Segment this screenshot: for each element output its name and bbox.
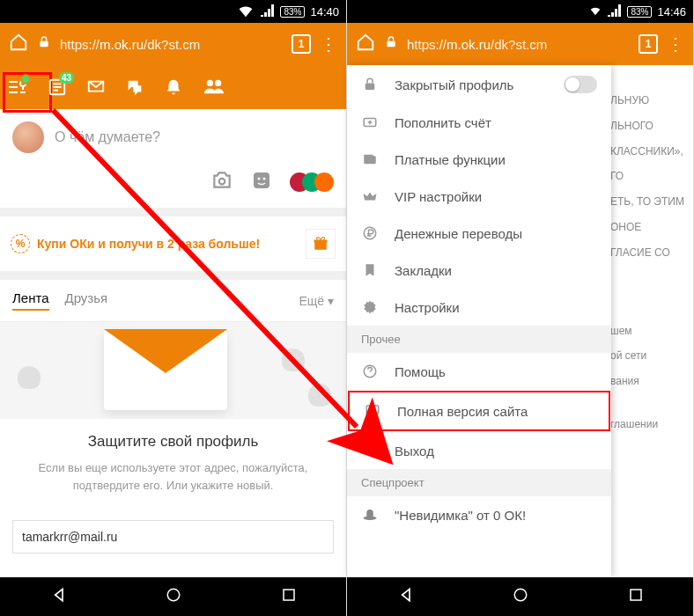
exit-icon: [361, 443, 379, 458]
drawer-item-vip[interactable]: VIP настройки: [347, 178, 611, 215]
drawer-item-transfers[interactable]: Денежные переводы: [347, 215, 611, 252]
protect-content: Защитите свой профиль Если вы еще исполь…: [0, 419, 346, 508]
tab-friends[interactable]: Друзья: [65, 290, 108, 311]
monitor-icon: [364, 403, 381, 419]
discussions-icon[interactable]: [125, 77, 144, 97]
home-button[interactable]: [166, 587, 181, 606]
battery-indicator: 83%: [280, 6, 305, 18]
email-field[interactable]: tamarkrr@mail.ru: [12, 520, 334, 554]
drawer-section-special: Спецпроект: [347, 469, 611, 496]
drawer-label: Выход: [395, 444, 434, 458]
svg-point-7: [258, 178, 261, 180]
svg-point-4: [215, 80, 221, 86]
recents-button[interactable]: [628, 587, 644, 606]
svg-rect-17: [364, 155, 373, 158]
percent-icon: %: [11, 234, 30, 253]
battery-indicator: 83%: [627, 6, 652, 18]
wallet-icon: [361, 151, 379, 167]
status-bar: 83% 14:40: [0, 0, 346, 23]
drawer-label: Полная версия сайта: [397, 404, 528, 419]
background-text: ЛЬНУЮ ЛЬНОГО КЛАССНИКИ», ГО ЕТЬ, ТО ЭТИМ…: [610, 88, 686, 437]
status-bar: 83% 14:46: [347, 0, 693, 23]
drawer-item-settings[interactable]: Настройки: [347, 289, 611, 326]
home-button[interactable]: [513, 587, 528, 606]
drawer-item-paid[interactable]: Платные функции: [347, 141, 611, 178]
drawer-label: Денежные переводы: [395, 226, 522, 241]
drawer-label: "Невидимка" от 0 ОК!: [395, 508, 526, 523]
menu-dots-icon[interactable]: ⋮: [320, 33, 337, 55]
messages-icon[interactable]: [86, 77, 106, 97]
composer-actions: [0, 165, 346, 208]
promo-banner[interactable]: % Купи ОКи и получи в 2 раза больше!: [0, 216, 346, 271]
drawer-label: Платные функции: [395, 152, 506, 167]
toggle-switch[interactable]: [564, 76, 597, 93]
svg-point-3: [207, 80, 213, 86]
feed-tabs: Лента Друзья Ещё ▾: [0, 280, 346, 322]
phone-left: 83% 14:40 https://m.ok.ru/dk?st.cm 1 ⋮: [0, 0, 347, 616]
wifi-icon: [236, 1, 255, 23]
clock: 14:40: [310, 5, 339, 18]
url-field[interactable]: https://m.ok.ru/dk?st.cm: [60, 37, 283, 52]
bookmark-icon: [361, 262, 379, 278]
tab-count[interactable]: 1: [639, 34, 658, 54]
protect-desc: Если вы еще используете этот адрес, пожа…: [18, 459, 329, 494]
camera-icon[interactable]: [210, 169, 233, 195]
drawer-item-bookmarks[interactable]: Закладки: [347, 252, 611, 289]
promo-text: Купи ОКи и получи в 2 раза больше!: [37, 237, 260, 251]
wifi-icon: [588, 4, 602, 20]
svg-point-23: [515, 589, 528, 601]
tab-count[interactable]: 1: [292, 34, 311, 54]
hat-icon: [361, 507, 379, 523]
notifications-icon[interactable]: [164, 77, 183, 97]
svg-rect-24: [631, 590, 641, 600]
svg-rect-12: [284, 590, 294, 600]
sticker-icon[interactable]: [251, 170, 272, 194]
android-navbar: [347, 577, 693, 616]
feed-icon[interactable]: 43: [48, 77, 67, 97]
back-button[interactable]: [49, 586, 67, 607]
phone-right: 83% 14:46 https://m.ok.ru/dk?st.cm 1 ⋮ Л…: [347, 0, 694, 616]
drawer-label: Пополнить счёт: [395, 115, 491, 130]
crown-icon: [361, 188, 379, 204]
svg-rect-0: [40, 41, 48, 48]
friends-icon[interactable]: [203, 77, 225, 97]
drawer-item-invisible[interactable]: "Невидимка" от 0 ОК!: [347, 496, 611, 533]
gift-button[interactable]: [306, 229, 336, 259]
drawer-label: VIP настройки: [395, 189, 482, 204]
drawer-item-exit[interactable]: Выход: [347, 432, 611, 469]
lock-icon: [361, 77, 379, 92]
android-navbar: [0, 577, 346, 616]
recents-button[interactable]: [281, 587, 297, 606]
back-button[interactable]: [396, 586, 414, 607]
drawer-label: Помощь: [395, 364, 446, 379]
protect-title: Защитите свой профиль: [18, 433, 329, 451]
url-field[interactable]: https://m.ok.ru/dk?st.cm: [407, 37, 630, 52]
home-icon[interactable]: [356, 33, 375, 55]
signal-icon: [608, 4, 622, 19]
drawer-label: Настройки: [395, 300, 460, 315]
post-composer[interactable]: О чём думаете?: [0, 109, 346, 165]
drawer-item-topup[interactable]: Пополнить счёт: [347, 104, 611, 141]
feed-badge: 43: [59, 72, 74, 84]
avatar[interactable]: [12, 121, 44, 153]
svg-point-5: [219, 179, 225, 185]
tab-feed[interactable]: Лента: [12, 290, 49, 311]
svg-point-11: [168, 589, 181, 601]
svg-rect-21: [366, 406, 379, 414]
tab-more[interactable]: Ещё ▾: [299, 294, 334, 308]
drawer-item-private[interactable]: Закрытый профиль: [347, 65, 611, 104]
home-icon[interactable]: [9, 33, 28, 55]
clock: 14:46: [657, 5, 686, 18]
drawer-item-full-version[interactable]: Полная версия сайта: [348, 391, 610, 431]
color-picker[interactable]: [290, 172, 334, 192]
plus-icon: [361, 114, 379, 130]
menu-dots-icon[interactable]: ⋮: [667, 33, 684, 55]
drawer-section-other: Прочее: [347, 326, 611, 353]
browser-toolbar: https://m.ok.ru/dk?st.cm 1 ⋮: [0, 23, 346, 65]
drawer-item-help[interactable]: Помощь: [347, 353, 611, 390]
protect-banner-image: [0, 322, 346, 419]
lock-icon: [384, 35, 398, 53]
signal-icon: [261, 4, 275, 19]
hamburger-menu[interactable]: [7, 77, 28, 98]
composer-placeholder: О чём думаете?: [55, 129, 160, 145]
